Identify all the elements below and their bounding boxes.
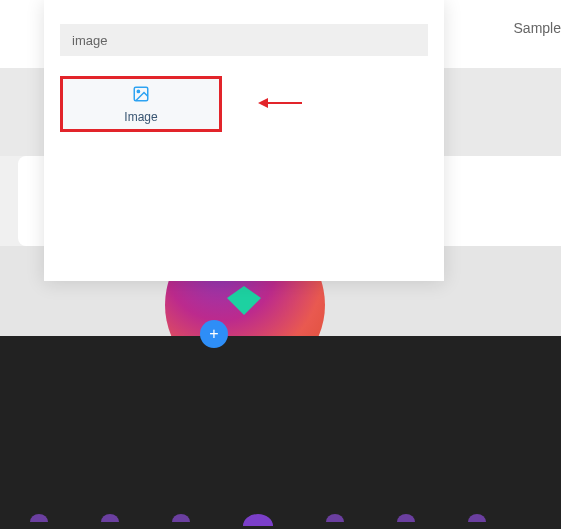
- dot: [172, 514, 190, 522]
- sample-link[interactable]: Sample: [514, 20, 561, 36]
- annotation-arrow: [258, 98, 302, 108]
- plus-icon: +: [209, 325, 218, 343]
- dot: [101, 514, 119, 522]
- module-picker-modal: Image: [44, 0, 444, 281]
- dot: [326, 514, 344, 522]
- footer-dots: [30, 514, 486, 526]
- dot: [243, 514, 273, 526]
- dot: [468, 514, 486, 522]
- module-label: Image: [124, 110, 157, 124]
- dot: [397, 514, 415, 522]
- svg-point-1: [137, 90, 139, 92]
- search-input[interactable]: [60, 24, 428, 56]
- image-module-card[interactable]: Image: [60, 76, 222, 132]
- image-icon: [132, 85, 150, 107]
- add-button[interactable]: +: [200, 320, 228, 348]
- footer: [0, 336, 561, 529]
- dot: [30, 514, 48, 522]
